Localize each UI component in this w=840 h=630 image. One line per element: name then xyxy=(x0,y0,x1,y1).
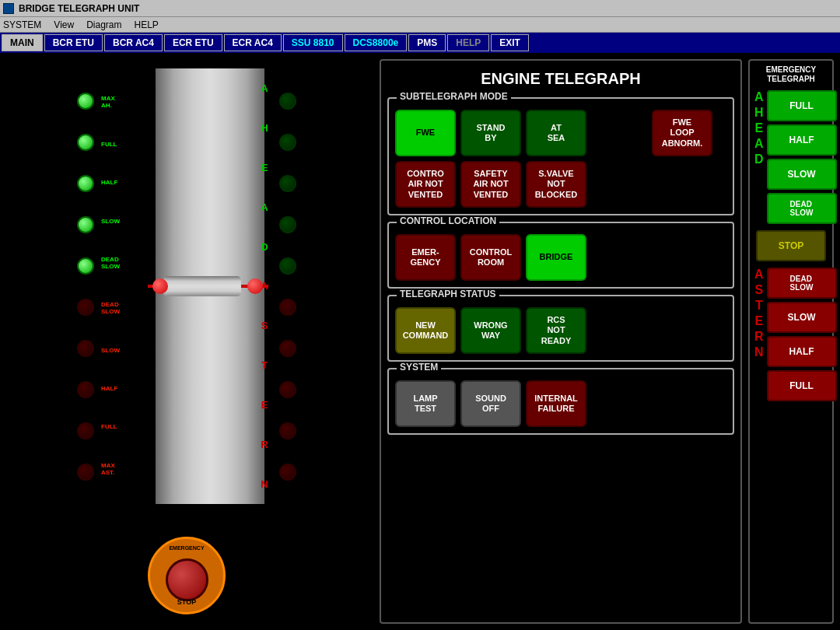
light-ahead-max xyxy=(77,93,94,110)
btn-fwe[interactable]: FWE xyxy=(395,110,456,156)
ahead-vert-label: A H E A D xyxy=(754,90,764,166)
left-panel: MAXAH. FULL HALF SLOW DEADSLOW DEADSLOW … xyxy=(0,53,373,630)
tab-dcs8800e[interactable]: DCS8800e xyxy=(345,34,408,51)
engine-panel-title: ENGINE TELEGRAPH xyxy=(387,67,734,91)
menu-bar: SYSTEM View Diagram HELP xyxy=(0,17,840,33)
emergency-telegraph-title: EMERGENCYTELEGRAPH xyxy=(754,65,828,84)
light-ahead-half xyxy=(77,175,94,192)
rlight-ahead-dead-slow xyxy=(279,257,296,275)
label-max-as: MAXAST. xyxy=(101,463,152,477)
system-label: SYSTEM xyxy=(397,362,441,373)
tab-bcr-etu[interactable]: BCR ETU xyxy=(44,34,103,51)
menu-system[interactable]: SYSTEM xyxy=(3,19,41,30)
light-astern-full xyxy=(77,422,94,439)
tab-main[interactable]: MAIN xyxy=(2,34,43,51)
vert-N: N xyxy=(261,478,268,490)
emg-btn-full-ahead[interactable]: FULL xyxy=(767,90,837,121)
tab-help: HELP xyxy=(447,34,489,51)
telegraph-status-section: TELEGRAPH STATUS NEWCOMMAND WRONGWAY RCS… xyxy=(387,295,734,362)
emergency-telegraph-panel: EMERGENCYTELEGRAPH A H E A D FULL HALF S… xyxy=(748,59,834,624)
btn-at-sea[interactable]: ATSEA xyxy=(526,110,586,156)
emergency-astern-section: A S T E R N DEADSLOW SLOW HALF FULL xyxy=(754,268,828,401)
btn-sound-off[interactable]: SOUNDOFF xyxy=(460,380,521,427)
tab-pms[interactable]: PMS xyxy=(408,34,446,51)
tab-ecr-ac4[interactable]: ECR AC4 xyxy=(224,34,282,51)
btn-safety-air[interactable]: SAFETYAIR NOTVENTED xyxy=(460,161,521,208)
emg-btn-stop[interactable]: STOP xyxy=(756,230,826,261)
light-ahead-slow xyxy=(77,216,94,233)
rlight-astern-dead-slow xyxy=(279,299,296,316)
control-location-buttons: EMER-GENCY CONTROLROOM BRIDGE xyxy=(395,234,726,281)
control-location-label: CONTROL LOCATION xyxy=(397,215,499,226)
emg-btn-slow-ahead[interactable]: SLOW xyxy=(767,159,837,190)
emergency-stop-button[interactable] xyxy=(166,558,208,601)
emergency-stop-assembly: EMERGENCY STOP xyxy=(148,537,226,614)
emg-S: S xyxy=(754,283,763,297)
label-full-as: FULL xyxy=(101,424,152,431)
system-buttons: LAMPTEST SOUNDOFF INTERNALFAILURE xyxy=(395,380,726,427)
vert-E2: E xyxy=(261,399,268,411)
emg-btn-full-astern[interactable]: FULL xyxy=(767,370,837,401)
btn-wrong-way[interactable]: WRONGWAY xyxy=(460,307,521,354)
label-slow-as: SLOW xyxy=(101,348,152,355)
emg-btn-dead-slow-astern[interactable]: DEADSLOW xyxy=(767,268,837,299)
emg-btn-dead-slow-ahead[interactable]: DEADSLOW xyxy=(767,193,837,224)
subtelegraph-mode-label: SUBTELEGRAPH MODE xyxy=(397,91,511,102)
tab-ecr-etu[interactable]: ECR ETU xyxy=(164,34,222,51)
emg-H: H xyxy=(754,106,764,120)
astern-buttons: DEADSLOW SLOW HALF FULL xyxy=(767,268,837,401)
emg-D: D xyxy=(754,152,764,166)
vert-S: S xyxy=(261,320,268,331)
label-dead-slow-as: DEADSLOW xyxy=(101,302,152,316)
light-astern-dead-slow xyxy=(77,299,94,316)
astern-vert-label: A S T E R N xyxy=(754,268,764,359)
rlight-ahead-full xyxy=(279,134,296,151)
btn-fwe-loop-abnorm[interactable]: FWELOOPABNORM. xyxy=(652,110,712,156)
system-section: SYSTEM LAMPTEST SOUNDOFF INTERNALFAILURE xyxy=(387,368,734,435)
tab-ssu8810[interactable]: SSU 8810 xyxy=(283,34,343,51)
btn-control-room[interactable]: CONTROLROOM xyxy=(460,234,521,281)
emg-T: T xyxy=(755,299,763,313)
shaft-circle-left xyxy=(152,278,168,294)
btn-new-command[interactable]: NEWCOMMAND xyxy=(395,307,456,354)
engine-telegraph-panel: ENGINE TELEGRAPH SUBTELEGRAPH MODE FWE S… xyxy=(380,59,742,624)
btn-svalve[interactable]: S.VALVENOTBLOCKED xyxy=(526,161,586,208)
light-ahead-full xyxy=(77,134,94,151)
menu-diagram[interactable]: Diagram xyxy=(86,19,121,30)
emg-btn-half-ahead[interactable]: HALF xyxy=(767,124,837,156)
tab-exit[interactable]: EXIT xyxy=(491,34,529,51)
btn-bridge[interactable]: BRIDGE xyxy=(526,234,586,281)
btn-internal-failure[interactable]: INTERNALFAILURE xyxy=(526,380,586,427)
emergency-ring: EMERGENCY STOP xyxy=(148,537,226,614)
label-column-left: MAXAH. FULL HALF SLOW DEADSLOW DEADSLOW … xyxy=(101,68,152,504)
right-lights xyxy=(276,68,299,504)
label-slow-ah: SLOW xyxy=(101,219,152,226)
menu-help[interactable]: HELP xyxy=(135,19,159,30)
label-max-ah: MAXAH. xyxy=(101,96,152,110)
emg-A2: A xyxy=(754,137,764,151)
btn-contro-air[interactable]: CONTROAIR NOTVENTED xyxy=(395,161,456,208)
emg-E: E xyxy=(754,121,763,135)
vert-R: R xyxy=(261,439,268,450)
emg-btn-slow-astern[interactable]: SLOW xyxy=(767,302,837,333)
emg-btn-half-astern[interactable]: HALF xyxy=(767,336,837,367)
btn-standby[interactable]: STANDBY xyxy=(460,110,521,156)
emergency-ring-bottom-text: STOP xyxy=(150,598,223,606)
menu-view[interactable]: View xyxy=(54,19,74,30)
telegraph-display: MAXAH. FULL HALF SLOW DEADSLOW DEADSLOW … xyxy=(70,68,303,504)
light-ahead-dead-slow xyxy=(77,257,94,275)
emg-R: R xyxy=(754,330,764,344)
subtelegraph-mode-section: SUBTELEGRAPH MODE FWE STANDBY ATSEA FWEL… xyxy=(387,97,734,215)
emergency-ahead-section: A H E A D FULL HALF SLOW DEADSLOW xyxy=(754,90,828,224)
tab-bcr-ac4[interactable]: BCR AC4 xyxy=(104,34,163,51)
telegraph-status-buttons: NEWCOMMAND WRONGWAY RCSNOTREADY xyxy=(395,307,726,354)
emg-E2: E xyxy=(754,314,763,328)
light-astern-half xyxy=(77,381,94,398)
vert-E: E xyxy=(261,162,268,173)
btn-rcs-not-ready[interactable]: RCSNOTREADY xyxy=(526,307,586,354)
btn-emergency[interactable]: EMER-GENCY xyxy=(395,234,456,281)
btn-lamp-test[interactable]: LAMPTEST xyxy=(395,380,456,427)
app-icon xyxy=(3,3,14,14)
shaft-cylinder xyxy=(163,276,241,296)
emg-A: A xyxy=(754,90,764,104)
